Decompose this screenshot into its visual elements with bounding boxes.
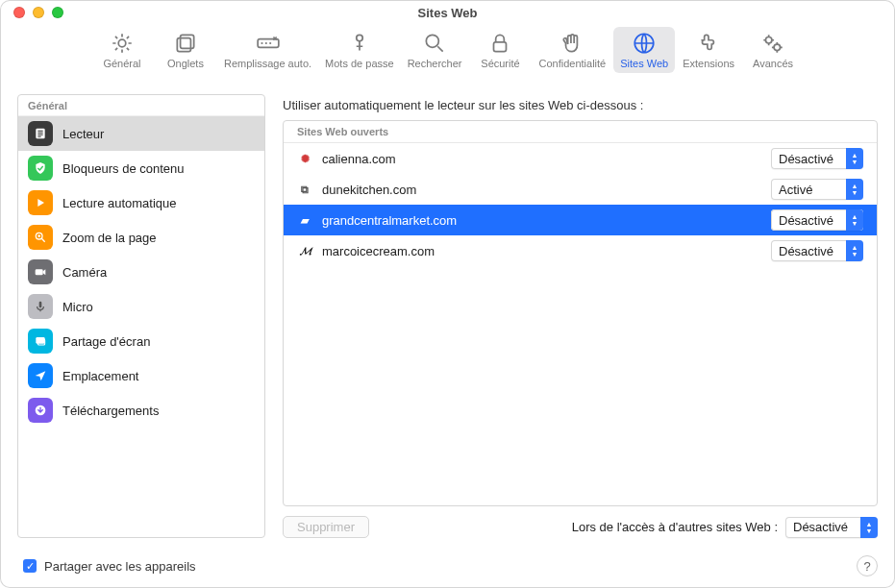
sidebar-item-label: Bloqueurs de contenu bbox=[62, 161, 184, 176]
site-row[interactable]: 𝓜 marcoicecream.com Désactivé ▲▼ bbox=[284, 235, 877, 266]
sidebar-item-mic[interactable]: Micro bbox=[18, 289, 264, 324]
svg-rect-16 bbox=[37, 135, 42, 135]
svg-rect-13 bbox=[36, 129, 44, 139]
select-arrows-icon: ▲▼ bbox=[846, 209, 863, 231]
puzzle-icon bbox=[696, 31, 721, 56]
tab-search[interactable]: Rechercher bbox=[402, 27, 468, 73]
site-mode-select[interactable]: Activé ▲▼ bbox=[771, 179, 863, 200]
bottom-bar: ✓ Partager avec les appareils ? bbox=[0, 550, 895, 588]
help-button[interactable]: ? bbox=[857, 555, 878, 576]
site-row[interactable]: ▰ grandcentralmarket.com Désactivé ▲▼ bbox=[284, 205, 877, 235]
site-list-header: Sites Web ouverts bbox=[284, 121, 877, 143]
tab-extensions[interactable]: Extensions bbox=[677, 27, 740, 73]
sidebar-item-reader[interactable]: Lecteur bbox=[18, 116, 264, 151]
tabs-icon bbox=[173, 31, 198, 56]
svg-rect-15 bbox=[37, 133, 42, 134]
site-mode-select[interactable]: Désactivé ▲▼ bbox=[771, 209, 863, 231]
tab-privacy[interactable]: Confidentialité bbox=[533, 27, 611, 73]
site-mode-select[interactable]: Désactivé ▲▼ bbox=[771, 240, 863, 261]
site-list: ✺ calienna.com Désactivé ▲▼ ⧉ dunekitche… bbox=[284, 143, 877, 505]
other-sites-select[interactable]: Désactivé ▲▼ bbox=[785, 517, 878, 538]
site-mode-value: Désactivé bbox=[771, 209, 846, 231]
svg-point-6 bbox=[269, 42, 271, 44]
site-favicon-icon: ⧉ bbox=[297, 182, 312, 197]
reader-icon bbox=[28, 121, 53, 146]
site-row[interactable]: ⧉ dunekitchen.com Activé ▲▼ bbox=[284, 174, 877, 205]
window-title: Sites Web bbox=[0, 6, 895, 20]
prefs-toolbar: Général Onglets Remplissage auto. Mots d… bbox=[0, 25, 895, 77]
svg-rect-1 bbox=[177, 38, 190, 52]
tab-tabs[interactable]: Onglets bbox=[155, 27, 216, 73]
sidebar-items: Lecteur Bloqueurs de contenu Lecture aut… bbox=[18, 116, 264, 537]
site-mode-value: Désactivé bbox=[771, 240, 846, 261]
site-domain: marcoicecream.com bbox=[322, 244, 435, 258]
tab-websites[interactable]: Sites Web bbox=[613, 27, 675, 73]
gears-icon bbox=[760, 31, 785, 56]
svg-point-0 bbox=[118, 39, 126, 47]
sidebar-item-camera[interactable]: Caméra bbox=[18, 255, 264, 289]
globe-icon bbox=[632, 31, 657, 56]
select-arrows-icon: ▲▼ bbox=[846, 148, 863, 169]
tab-general[interactable]: Général bbox=[91, 27, 153, 73]
svg-point-7 bbox=[357, 35, 363, 41]
site-domain: dunekitchen.com bbox=[322, 183, 416, 197]
share-devices-checkbox[interactable]: ✓ Partager avec les appareils bbox=[23, 559, 196, 574]
svg-rect-9 bbox=[494, 42, 507, 52]
svg-point-12 bbox=[774, 44, 781, 51]
site-favicon-icon: ✺ bbox=[297, 151, 312, 166]
preferences-window: Sites Web Général Onglets Remplissage au… bbox=[0, 0, 895, 588]
sidebar-item-adblock[interactable]: Bloqueurs de contenu bbox=[18, 151, 264, 185]
camera-icon bbox=[28, 259, 53, 284]
checkbox-checked-icon: ✓ bbox=[23, 559, 37, 573]
site-domain: calienna.com bbox=[322, 152, 396, 166]
shield-icon bbox=[28, 156, 53, 181]
svg-rect-2 bbox=[181, 35, 194, 48]
sidebar-item-label: Caméra bbox=[62, 265, 107, 280]
sidebar-item-label: Lecteur bbox=[62, 127, 104, 141]
screen-icon bbox=[28, 329, 53, 354]
select-arrows-icon: ▲▼ bbox=[860, 517, 878, 538]
tab-security[interactable]: Sécurité bbox=[469, 27, 531, 73]
play-icon bbox=[28, 190, 53, 215]
site-favicon-icon: 𝓜 bbox=[297, 243, 312, 258]
titlebar: Sites Web bbox=[0, 0, 895, 25]
site-domain: grandcentralmarket.com bbox=[322, 213, 457, 228]
svg-rect-20 bbox=[36, 269, 43, 275]
content-heading: Utiliser automatiquement le lecteur sur … bbox=[283, 94, 878, 120]
sidebar-item-label: Emplacement bbox=[62, 369, 138, 383]
svg-rect-23 bbox=[36, 337, 44, 344]
key-icon bbox=[347, 31, 372, 56]
select-arrows-icon: ▲▼ bbox=[846, 179, 863, 200]
svg-rect-3 bbox=[258, 39, 279, 48]
search-icon bbox=[422, 31, 447, 56]
svg-marker-21 bbox=[43, 269, 46, 275]
autofill-icon bbox=[256, 31, 281, 56]
sidebar-item-autoplay[interactable]: Lecture automatique bbox=[18, 185, 264, 220]
tab-passwords[interactable]: Mots de passe bbox=[319, 27, 400, 73]
site-mode-select[interactable]: Désactivé ▲▼ bbox=[771, 148, 863, 169]
sidebar-item-zoom[interactable]: Zoom de la page bbox=[18, 220, 264, 255]
download-icon bbox=[28, 398, 53, 423]
site-row[interactable]: ✺ calienna.com Désactivé ▲▼ bbox=[284, 143, 877, 174]
tab-advanced[interactable]: Avancés bbox=[742, 27, 804, 73]
sidebar-section-label: Général bbox=[18, 95, 264, 116]
tab-autofill[interactable]: Remplissage auto. bbox=[218, 27, 317, 73]
svg-point-4 bbox=[261, 42, 262, 44]
svg-rect-22 bbox=[39, 302, 42, 308]
svg-point-11 bbox=[765, 37, 772, 44]
svg-marker-18 bbox=[37, 199, 44, 207]
sidebar-item-location[interactable]: Emplacement bbox=[18, 358, 264, 393]
sidebar: Général Lecteur Bloqueurs de contenu bbox=[17, 94, 265, 538]
sidebar-item-label: Lecture automatique bbox=[62, 196, 177, 210]
main-body: Général Lecteur Bloqueurs de contenu bbox=[0, 77, 895, 550]
svg-rect-17 bbox=[37, 136, 40, 137]
sidebar-item-screen[interactable]: Partage d'écran bbox=[18, 324, 264, 358]
mic-icon bbox=[28, 294, 53, 319]
site-mode-value: Activé bbox=[771, 179, 846, 200]
lock-icon bbox=[487, 31, 512, 56]
sidebar-item-label: Partage d'écran bbox=[62, 334, 150, 349]
content-footer: Supprimer Lors de l'accès à d'autres sit… bbox=[283, 506, 878, 538]
remove-button[interactable]: Supprimer bbox=[283, 516, 369, 538]
site-mode-value: Désactivé bbox=[771, 148, 846, 169]
sidebar-item-downloads[interactable]: Téléchargements bbox=[18, 393, 264, 428]
